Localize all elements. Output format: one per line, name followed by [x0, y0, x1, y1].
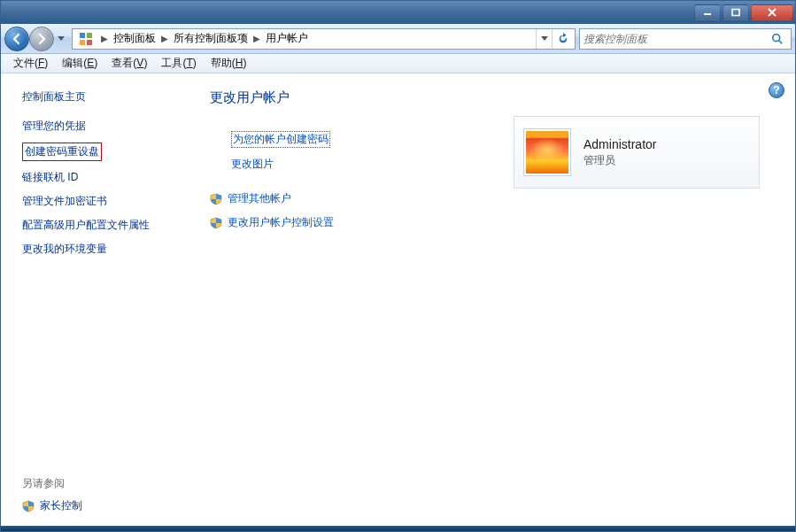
search-bar[interactable]	[579, 28, 792, 50]
menu-edit[interactable]: 编辑(E)	[55, 54, 104, 73]
control-panel-icon	[78, 31, 94, 47]
menu-tools[interactable]: 工具(T)	[154, 54, 203, 73]
sidebar-link-env-vars[interactable]: 更改我的环境变量	[22, 242, 174, 257]
address-bar[interactable]: ▶ 控制面板 ▶ 所有控制面板项 ▶ 用户帐户	[72, 28, 576, 50]
window-controls	[694, 4, 793, 20]
see-also-section: 另请参阅 家长控制	[22, 476, 174, 513]
sidebar-task-list: 管理您的凭据 创建密码重设盘 链接联机 ID 管理文件加密证书 配置高级用户配置…	[22, 119, 174, 257]
nav-history-group	[4, 27, 68, 51]
navigation-bar: ▶ 控制面板 ▶ 所有控制面板项 ▶ 用户帐户	[1, 24, 795, 54]
breadcrumb-sep-icon[interactable]: ▶	[250, 34, 264, 43]
account-card: Administrator 管理员	[514, 116, 760, 189]
sidebar-link-credentials[interactable]: 管理您的凭据	[22, 119, 174, 134]
menu-view[interactable]: 查看(V)	[104, 54, 154, 73]
svg-line-9	[779, 40, 783, 43]
shield-icon	[22, 500, 35, 513]
svg-point-8	[773, 34, 780, 41]
menu-file[interactable]: 文件(F)	[6, 54, 55, 73]
page-title: 更改用户帐户	[210, 89, 772, 106]
breadcrumb-sep-icon[interactable]: ▶	[158, 34, 172, 43]
help-button[interactable]: ?	[769, 82, 784, 98]
svg-rect-4	[80, 33, 85, 38]
breadcrumb-seg-1[interactable]: 所有控制面板项	[172, 31, 250, 46]
sidebar-link-advanced-profile[interactable]: 配置高级用户配置文件属性	[22, 218, 174, 233]
breadcrumb-seg-0[interactable]: 控制面板	[112, 31, 158, 46]
body-area: 控制面板主页 管理您的凭据 创建密码重设盘 链接联机 ID 管理文件加密证书 配…	[1, 73, 795, 526]
menu-help[interactable]: 帮助(H)	[204, 54, 254, 73]
see-also-parental-controls[interactable]: 家长控制	[22, 498, 174, 513]
see-also-label: 家长控制	[40, 498, 82, 513]
action-link-manage-accounts[interactable]: 管理其他帐户	[228, 191, 291, 206]
account-name: Administrator	[583, 137, 656, 151]
account-role: 管理员	[583, 153, 656, 168]
search-icon[interactable]	[768, 29, 787, 49]
breadcrumb-seg-2[interactable]: 用户帐户	[264, 31, 310, 46]
shield-action-manage-accounts: 管理其他帐户	[210, 191, 772, 206]
maximize-button[interactable]	[723, 4, 749, 20]
action-create-password[interactable]: 为您的帐户创建密码	[231, 131, 330, 148]
minimize-button[interactable]	[694, 4, 721, 20]
shield-icon	[210, 217, 222, 229]
titlebar	[1, 1, 795, 24]
account-info: Administrator 管理员	[583, 137, 656, 168]
forward-button[interactable]	[29, 27, 54, 51]
back-button[interactable]	[4, 27, 29, 51]
action-change-picture[interactable]: 更改图片	[231, 157, 274, 172]
action-link-uac-settings[interactable]: 更改用户帐户控制设置	[228, 215, 334, 230]
right-pane: ? 更改用户帐户 为您的帐户创建密码 更改图片 管理其他帐户 更改用户帐户控制设…	[187, 73, 795, 526]
control-panel-window: ▶ 控制面板 ▶ 所有控制面板项 ▶ 用户帐户 文件(F) 编辑(E) 查看(V…	[0, 0, 796, 532]
see-also-title: 另请参阅	[22, 476, 174, 491]
sidebar-link-password-reset-disk[interactable]: 创建密码重设盘	[22, 143, 102, 161]
history-dropdown[interactable]	[54, 28, 68, 50]
svg-rect-1	[732, 10, 739, 16]
avatar	[523, 128, 571, 176]
svg-rect-5	[87, 33, 92, 38]
control-panel-home-link[interactable]: 控制面板主页	[22, 89, 174, 104]
shield-icon	[210, 193, 222, 205]
close-button[interactable]	[751, 4, 793, 20]
shield-action-uac-settings: 更改用户帐户控制设置	[210, 215, 772, 230]
svg-rect-6	[80, 40, 85, 45]
address-dropdown[interactable]	[536, 29, 552, 49]
refresh-button[interactable]	[552, 29, 573, 49]
menu-bar: 文件(F) 编辑(E) 查看(V) 工具(T) 帮助(H)	[1, 54, 795, 73]
svg-rect-7	[87, 40, 92, 45]
search-input[interactable]	[583, 33, 768, 45]
sidebar-link-online-id[interactable]: 链接联机 ID	[22, 170, 174, 185]
sidebar-link-encryption-cert[interactable]: 管理文件加密证书	[22, 194, 174, 209]
breadcrumb-sep-icon[interactable]: ▶	[97, 34, 112, 43]
left-pane: 控制面板主页 管理您的凭据 创建密码重设盘 链接联机 ID 管理文件加密证书 配…	[1, 73, 187, 526]
